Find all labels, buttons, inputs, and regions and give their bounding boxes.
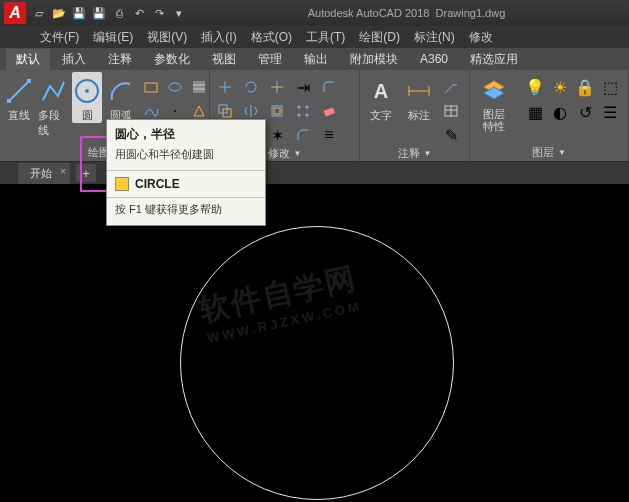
draw-small-tools: · <box>140 76 210 122</box>
tab-view[interactable]: 视图 <box>202 49 246 70</box>
chevron-down-icon: ▼ <box>294 149 302 158</box>
ribbon-tab-strip: 默认 插入 注释 参数化 视图 管理 输出 附加模块 A360 精选应用 <box>0 48 629 70</box>
extend-icon[interactable]: ⇥ <box>292 76 314 98</box>
table-icon[interactable] <box>440 100 462 122</box>
text-label: 文字 <box>370 108 392 123</box>
polyline-button[interactable]: 多段线 <box>38 72 68 138</box>
line-icon <box>4 76 34 106</box>
line-button[interactable]: 直线 <box>4 72 34 123</box>
new-tab-button[interactable]: + <box>76 164 96 182</box>
panel-layer-label[interactable]: 图层▼ <box>474 143 624 161</box>
menu-tools[interactable]: 工具(T) <box>306 29 345 46</box>
panel-annotation: A 文字 标注 ✎ 注释▼ <box>360 70 470 161</box>
layer-match-icon[interactable]: ⬚ <box>599 76 621 98</box>
svg-marker-10 <box>194 106 204 116</box>
circle-button[interactable]: 圆 <box>72 72 102 123</box>
svg-rect-16 <box>274 108 280 114</box>
menu-dim[interactable]: 标注(N) <box>414 29 455 46</box>
layer-on-icon[interactable]: 💡 <box>524 76 546 98</box>
tab-annotate[interactable]: 注释 <box>98 49 142 70</box>
close-icon[interactable]: × <box>60 166 66 177</box>
menu-file[interactable]: 文件(F) <box>40 29 79 46</box>
tooltip-command: CIRCLE <box>107 171 265 197</box>
explode-icon[interactable]: ✶ <box>266 124 288 146</box>
align-icon[interactable]: ≡ <box>318 124 340 146</box>
layer-off-icon[interactable]: ◐ <box>549 101 571 123</box>
tab-a360[interactable]: A360 <box>410 50 458 68</box>
rect-icon[interactable] <box>140 76 162 98</box>
open-icon[interactable]: 📂 <box>50 4 68 22</box>
rotate-icon[interactable] <box>240 76 262 98</box>
layer-lock-icon[interactable]: 🔒 <box>574 76 596 98</box>
layer-props-button[interactable]: 图层 特性 <box>474 72 514 132</box>
erase-icon[interactable] <box>318 100 340 122</box>
save-icon[interactable]: 💾 <box>70 4 88 22</box>
circle-icon <box>72 76 102 106</box>
chevron-down-icon: ▼ <box>424 149 432 158</box>
layer-iso-icon[interactable]: ▦ <box>524 101 546 123</box>
mleader-icon[interactable]: ✎ <box>440 124 462 146</box>
tab-default[interactable]: 默认 <box>6 49 50 70</box>
svg-point-4 <box>85 89 89 93</box>
tab-featured[interactable]: 精选应用 <box>460 49 528 70</box>
dimension-button[interactable]: 标注 <box>402 72 436 123</box>
panel-annot-label[interactable]: 注释▼ <box>364 146 465 161</box>
chamfer-icon[interactable] <box>292 124 314 146</box>
text-icon: A <box>366 76 396 106</box>
layer-state-icon[interactable]: ☰ <box>599 101 621 123</box>
undo-icon[interactable]: ↶ <box>130 4 148 22</box>
hatch-icon[interactable] <box>188 76 210 98</box>
svg-rect-21 <box>324 107 335 116</box>
tooltip: 圆心，半径 用圆心和半径创建圆 CIRCLE 按 F1 键获得更多帮助 <box>106 119 266 226</box>
tab-parametric[interactable]: 参数化 <box>144 49 200 70</box>
menu-bar: 文件(F) 编辑(E) 视图(V) 插入(I) 格式(O) 工具(T) 绘图(D… <box>0 26 629 48</box>
plot-icon[interactable]: ⎙ <box>110 4 128 22</box>
doc-tab-label: 开始 <box>30 167 52 179</box>
menu-view[interactable]: 视图(V) <box>147 29 187 46</box>
leader-icon[interactable] <box>440 76 462 98</box>
dim-label: 标注 <box>408 108 430 123</box>
polyline-icon <box>38 76 68 106</box>
redo-icon[interactable]: ↷ <box>150 4 168 22</box>
trim-icon[interactable] <box>266 76 288 98</box>
array-icon[interactable] <box>292 100 314 122</box>
tooltip-title: 圆心，半径 <box>107 120 265 147</box>
fillet-icon[interactable] <box>318 76 340 98</box>
window-title: Autodesk AutoCAD 2018 Drawing1.dwg <box>188 7 625 19</box>
arc-button[interactable]: 圆弧 <box>106 72 136 123</box>
quick-access-toolbar: ▱ 📂 💾 💾 ⎙ ↶ ↷ ▾ <box>30 4 188 22</box>
title-bar: A ▱ 📂 💾 💾 ⎙ ↶ ↷ ▾ Autodesk AutoCAD 2018 … <box>0 0 629 26</box>
menu-insert[interactable]: 插入(I) <box>201 29 236 46</box>
chevron-down-icon: ▼ <box>558 148 566 157</box>
doc-tab-start[interactable]: 开始 × <box>18 163 70 184</box>
saveas-icon[interactable]: 💾 <box>90 4 108 22</box>
tab-manage[interactable]: 管理 <box>248 49 292 70</box>
offset-icon[interactable] <box>266 100 288 122</box>
menu-draw[interactable]: 绘图(D) <box>359 29 400 46</box>
svg-point-17 <box>298 106 301 109</box>
app-logo[interactable]: A <box>4 2 26 24</box>
menu-format[interactable]: 格式(O) <box>251 29 292 46</box>
layer-props-label: 图层 特性 <box>483 108 505 132</box>
tooltip-help: 按 F1 键获得更多帮助 <box>107 198 265 225</box>
svg-rect-5 <box>145 83 157 92</box>
text-button[interactable]: A 文字 <box>364 72 398 123</box>
tab-output[interactable]: 输出 <box>294 49 338 70</box>
tooltip-desc: 用圆心和半径创建圆 <box>107 147 265 170</box>
svg-point-6 <box>169 83 181 91</box>
svg-point-20 <box>306 114 309 117</box>
tab-insert[interactable]: 插入 <box>52 49 96 70</box>
menu-modify[interactable]: 修改 <box>469 29 493 46</box>
drawn-circle[interactable] <box>180 226 454 500</box>
new-icon[interactable]: ▱ <box>30 4 48 22</box>
layer-prev-icon[interactable]: ↺ <box>574 101 596 123</box>
tab-addins[interactable]: 附加模块 <box>340 49 408 70</box>
qat-dropdown-icon[interactable]: ▾ <box>170 4 188 22</box>
line-label: 直线 <box>8 108 30 123</box>
drawing-canvas[interactable]: 软件自学网 WWW.RJZXW.COM <box>0 184 629 502</box>
menu-edit[interactable]: 编辑(E) <box>93 29 133 46</box>
layer-freeze-icon[interactable]: ☀ <box>549 76 571 98</box>
ellipse-icon[interactable] <box>164 76 186 98</box>
svg-line-0 <box>9 81 29 101</box>
move-icon[interactable] <box>214 76 236 98</box>
